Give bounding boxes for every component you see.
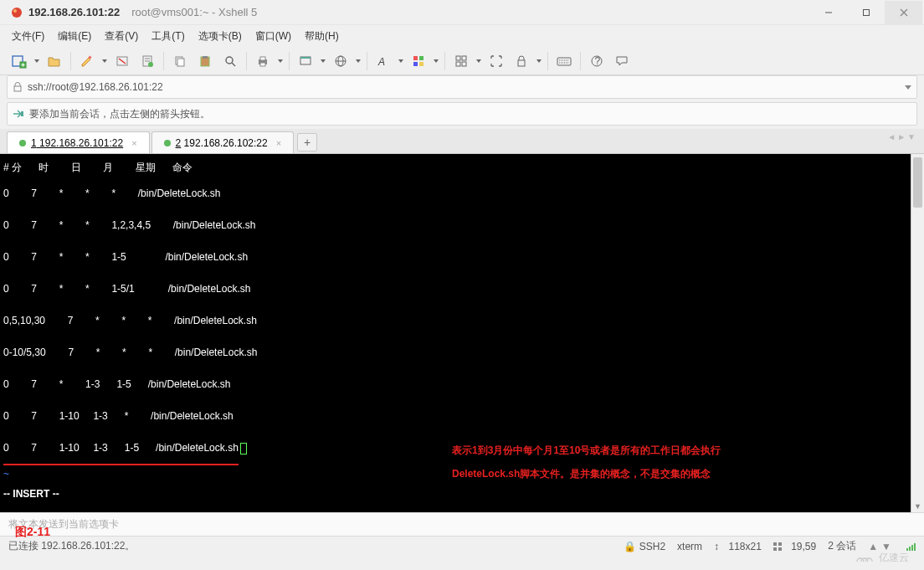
status-dot-icon	[164, 140, 171, 146]
maximize-button[interactable]	[847, 1, 885, 24]
svg-rect-50	[557, 58, 571, 65]
figure-label: 图2-11	[15, 525, 50, 540]
annotation-line1: 表示1到3月份中每个月1至10号或者是所有的工作日都会执行	[452, 439, 721, 462]
svg-rect-22	[203, 56, 208, 59]
svg-rect-55	[14, 86, 21, 91]
svg-rect-57	[21, 111, 23, 116]
svg-rect-43	[456, 56, 460, 60]
svg-marker-28	[278, 59, 283, 63]
dropdown-icon[interactable]	[101, 59, 108, 63]
svg-marker-56	[905, 85, 911, 90]
status-size: ↕ 118x21	[714, 541, 762, 552]
tab-next-icon[interactable]: ►	[897, 132, 906, 141]
sessions-icon[interactable]	[450, 50, 472, 72]
close-tab-icon[interactable]: ×	[131, 138, 136, 148]
close-tab-icon[interactable]: ×	[276, 138, 281, 148]
find-icon[interactable]	[219, 50, 241, 72]
svg-rect-61	[778, 547, 782, 551]
menu-view[interactable]: 查看(V)	[105, 29, 138, 44]
chevron-down-icon[interactable]: ▼	[907, 132, 916, 141]
close-button[interactable]	[885, 1, 922, 24]
lock-icon[interactable]	[511, 50, 532, 72]
dropdown-icon[interactable]	[398, 59, 404, 63]
compose-bar[interactable]: 将文本发送到当前选项卡	[0, 512, 924, 536]
svg-rect-20	[177, 59, 184, 66]
menubar: 文件(F) 编辑(E) 查看(V) 工具(T) 选项卡(B) 窗口(W) 帮助(…	[0, 25, 924, 47]
minimize-button[interactable]	[809, 1, 847, 24]
status-term: xterm	[677, 541, 702, 552]
svg-marker-10	[34, 59, 39, 63]
svg-rect-26	[260, 57, 265, 60]
grid-icon	[773, 542, 782, 551]
svg-rect-40	[413, 62, 418, 66]
pencil-icon[interactable]	[76, 50, 98, 72]
font-icon[interactable]: A	[372, 50, 394, 72]
dropdown-icon[interactable]	[536, 59, 542, 63]
fit-icon[interactable]	[485, 50, 507, 72]
address-bar[interactable]: ssh://root@192.168.26.101:22	[7, 75, 917, 99]
svg-rect-38	[413, 56, 418, 60]
dropdown-icon[interactable]	[277, 59, 284, 63]
svg-rect-41	[419, 62, 424, 66]
svg-line-14	[119, 59, 126, 64]
app-title: root@vms001:~ - Xshell 5	[131, 6, 257, 18]
watermark: 亿速云	[854, 551, 909, 565]
annotation-line2: DeleteLock.sh脚本文件。是并集的概念，不是交集的概念	[452, 462, 721, 485]
svg-rect-45	[456, 62, 460, 66]
dropdown-icon[interactable]	[355, 59, 362, 63]
menu-edit[interactable]: 编辑(E)	[58, 29, 91, 44]
scrollbar[interactable]: ▲ ▼	[911, 154, 924, 512]
address-text: ssh://root@192.168.26.101:22	[28, 81, 163, 93]
menu-window[interactable]: 窗口(W)	[255, 29, 291, 44]
svg-point-18	[148, 62, 153, 67]
scroll-down-icon[interactable]: ▼	[911, 501, 924, 512]
svg-rect-46	[462, 62, 466, 66]
menu-help[interactable]: 帮助(H)	[305, 29, 339, 44]
chevron-down-icon[interactable]	[905, 85, 911, 90]
scroll-thumb[interactable]	[913, 157, 922, 208]
help-icon[interactable]: ?	[586, 50, 608, 72]
status-dot-icon	[19, 140, 26, 146]
menu-file[interactable]: 文件(F)	[12, 29, 44, 44]
lock-icon: 🔒	[624, 541, 636, 552]
dropdown-icon[interactable]	[433, 59, 439, 63]
svg-point-23	[226, 57, 233, 64]
globe-icon[interactable]	[330, 50, 352, 72]
new-session-icon[interactable]	[8, 50, 30, 72]
copy-icon[interactable]	[169, 50, 191, 72]
chat-icon[interactable]	[611, 50, 633, 72]
keyboard-icon[interactable]	[553, 50, 575, 72]
app-icon	[10, 6, 23, 19]
tab-prev-icon[interactable]: ◄	[887, 132, 896, 141]
updown-icon: ↕	[714, 541, 719, 552]
status-connected: 已连接 192.168.26.101:22。	[8, 539, 135, 553]
color-icon[interactable]	[408, 50, 429, 72]
print-icon[interactable]	[252, 50, 274, 72]
paste-icon[interactable]	[194, 50, 216, 72]
tab-active[interactable]: 1 192.168.26.101:22 ×	[7, 131, 150, 153]
status-pos: 19,59	[773, 541, 816, 552]
svg-rect-60	[773, 547, 777, 551]
new-tab-button[interactable]: +	[297, 133, 317, 151]
disconnect-icon[interactable]	[111, 50, 133, 72]
svg-text:?: ?	[595, 55, 601, 67]
menu-tools[interactable]: 工具(T)	[151, 29, 184, 44]
svg-rect-30	[300, 57, 311, 59]
svg-point-1	[13, 9, 17, 13]
dropdown-icon[interactable]	[475, 59, 482, 63]
fullscreen-icon[interactable]	[295, 50, 316, 72]
terminal[interactable]: # 分 时 日 月 星期 命令0 7 * * * /bin/DeleteLock…	[0, 154, 924, 512]
open-icon[interactable]	[44, 50, 65, 72]
svg-point-0	[12, 8, 22, 18]
menu-tabs[interactable]: 选项卡(B)	[198, 29, 242, 44]
svg-marker-42	[434, 59, 439, 63]
titlebar: 192.168.26.101:22 root@vms001:~ - Xshell…	[0, 0, 924, 25]
svg-rect-58	[773, 542, 777, 546]
tab-inactive[interactable]: 2 192.168.26.102:22 ×	[151, 131, 295, 153]
svg-rect-3	[863, 9, 869, 15]
svg-rect-59	[778, 542, 782, 546]
properties-icon[interactable]	[136, 50, 158, 72]
add-session-icon[interactable]	[13, 109, 24, 119]
dropdown-icon[interactable]	[320, 59, 326, 63]
dropdown-icon[interactable]	[33, 59, 40, 63]
